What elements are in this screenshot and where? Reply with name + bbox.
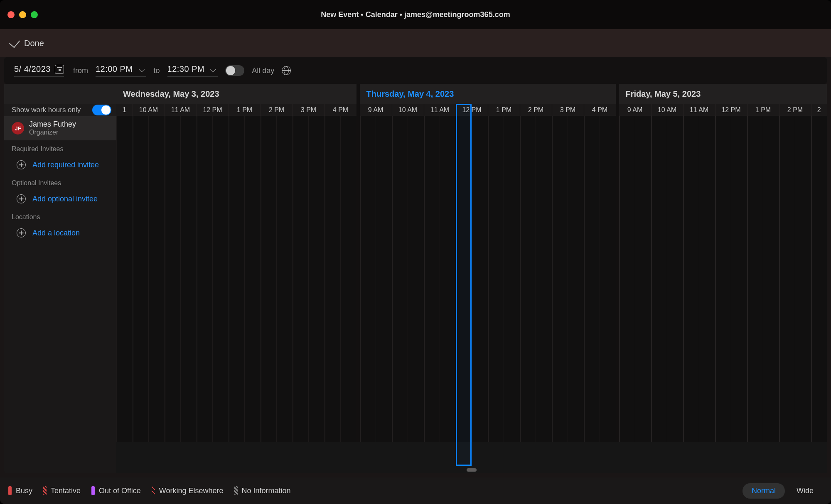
- time-slot[interactable]: [148, 395, 165, 418]
- time-slot[interactable]: [488, 209, 504, 232]
- time-slot[interactable]: [293, 139, 309, 163]
- time-slot[interactable]: [180, 139, 197, 163]
- time-slot[interactable]: [472, 139, 488, 163]
- time-slot[interactable]: [552, 325, 568, 349]
- time-slot[interactable]: [276, 325, 293, 349]
- time-slot[interactable]: [229, 418, 245, 442]
- time-slot[interactable]: [392, 325, 408, 349]
- time-slot[interactable]: [244, 232, 261, 256]
- time-slot[interactable]: [360, 256, 376, 279]
- time-slot[interactable]: [133, 395, 149, 418]
- time-slot[interactable]: [408, 349, 424, 372]
- time-slot[interactable]: [683, 139, 699, 163]
- time-slot[interactable]: [360, 302, 376, 325]
- time-slot[interactable]: [600, 325, 616, 349]
- time-slot[interactable]: [667, 139, 683, 163]
- time-slot[interactable]: [715, 139, 731, 163]
- time-slot[interactable]: [795, 186, 811, 209]
- time-slot[interactable]: [651, 349, 667, 372]
- time-slot[interactable]: [795, 395, 811, 418]
- time-slot[interactable]: [667, 186, 683, 209]
- time-slot[interactable]: [552, 139, 568, 163]
- schedule-grid[interactable]: Wednesday, May 3, 2023110 AM11 AM12 PM1 …: [116, 84, 827, 473]
- time-slot[interactable]: [600, 372, 616, 395]
- time-slot[interactable]: [552, 116, 568, 139]
- time-slot[interactable]: [747, 209, 763, 232]
- time-slot[interactable]: [795, 209, 811, 232]
- time-slot[interactable]: [376, 302, 392, 325]
- time-slot[interactable]: [731, 395, 747, 418]
- time-slot[interactable]: [568, 372, 584, 395]
- time-slot[interactable]: [699, 349, 715, 372]
- time-slot[interactable]: [584, 279, 600, 302]
- time-slot[interactable]: [244, 139, 261, 163]
- time-slot[interactable]: [520, 395, 536, 418]
- time-slot[interactable]: [715, 418, 731, 442]
- time-slot[interactable]: [488, 279, 504, 302]
- time-slot[interactable]: [408, 186, 424, 209]
- time-slot[interactable]: [472, 279, 488, 302]
- time-slot[interactable]: [340, 279, 356, 302]
- time-slot[interactable]: [600, 395, 616, 418]
- time-slot[interactable]: [731, 325, 747, 349]
- time-slot[interactable]: [261, 209, 277, 232]
- time-slot[interactable]: [456, 325, 472, 349]
- time-slot[interactable]: [683, 349, 699, 372]
- time-slot[interactable]: [424, 256, 440, 279]
- time-slot[interactable]: [619, 279, 635, 302]
- time-slot[interactable]: [261, 279, 277, 302]
- time-slot[interactable]: [180, 418, 197, 442]
- time-slot[interactable]: [667, 163, 683, 186]
- time-slot[interactable]: [456, 256, 472, 279]
- time-slot[interactable]: [731, 349, 747, 372]
- time-slot[interactable]: [456, 186, 472, 209]
- time-slot[interactable]: [552, 349, 568, 372]
- time-slot[interactable]: [651, 279, 667, 302]
- time-slot[interactable]: [667, 209, 683, 232]
- time-slot[interactable]: [340, 163, 356, 186]
- time-slot[interactable]: [520, 418, 536, 442]
- time-slot[interactable]: [180, 256, 197, 279]
- time-slot[interactable]: [133, 116, 149, 139]
- time-slot[interactable]: [568, 139, 584, 163]
- time-slot[interactable]: [699, 163, 715, 186]
- time-slot[interactable]: [552, 163, 568, 186]
- time-slot[interactable]: [504, 349, 520, 372]
- time-slot[interactable]: [116, 349, 133, 372]
- time-slot[interactable]: [197, 418, 213, 442]
- time-slot[interactable]: [392, 209, 408, 232]
- time-slot[interactable]: [811, 232, 827, 256]
- time-slot[interactable]: [779, 372, 795, 395]
- time-slot[interactable]: [520, 256, 536, 279]
- time-slot[interactable]: [635, 232, 651, 256]
- from-time-field[interactable]: 12:00 PM: [96, 64, 146, 77]
- time-slot[interactable]: [600, 163, 616, 186]
- time-slot[interactable]: [261, 418, 277, 442]
- time-slot[interactable]: [376, 256, 392, 279]
- time-slot[interactable]: [424, 163, 440, 186]
- time-slot[interactable]: [424, 395, 440, 418]
- time-slot[interactable]: [424, 139, 440, 163]
- time-slot[interactable]: [424, 302, 440, 325]
- time-slot[interactable]: [197, 116, 213, 139]
- time-slot[interactable]: [715, 395, 731, 418]
- time-slot[interactable]: [488, 395, 504, 418]
- time-slot[interactable]: [340, 372, 356, 395]
- time-slot[interactable]: [683, 325, 699, 349]
- time-slot[interactable]: [360, 139, 376, 163]
- time-slot[interactable]: [619, 256, 635, 279]
- time-slot[interactable]: [325, 209, 341, 232]
- time-slot[interactable]: [619, 372, 635, 395]
- time-slot[interactable]: [133, 325, 149, 349]
- time-slot[interactable]: [212, 325, 229, 349]
- time-slot[interactable]: [811, 139, 827, 163]
- time-slot[interactable]: [244, 418, 261, 442]
- time-slot[interactable]: [795, 372, 811, 395]
- time-slot[interactable]: [763, 372, 779, 395]
- time-slot[interactable]: [325, 395, 341, 418]
- time-slot[interactable]: [488, 302, 504, 325]
- time-slot[interactable]: [376, 139, 392, 163]
- time-slot[interactable]: [635, 372, 651, 395]
- time-slot[interactable]: [229, 116, 245, 139]
- time-slot[interactable]: [683, 186, 699, 209]
